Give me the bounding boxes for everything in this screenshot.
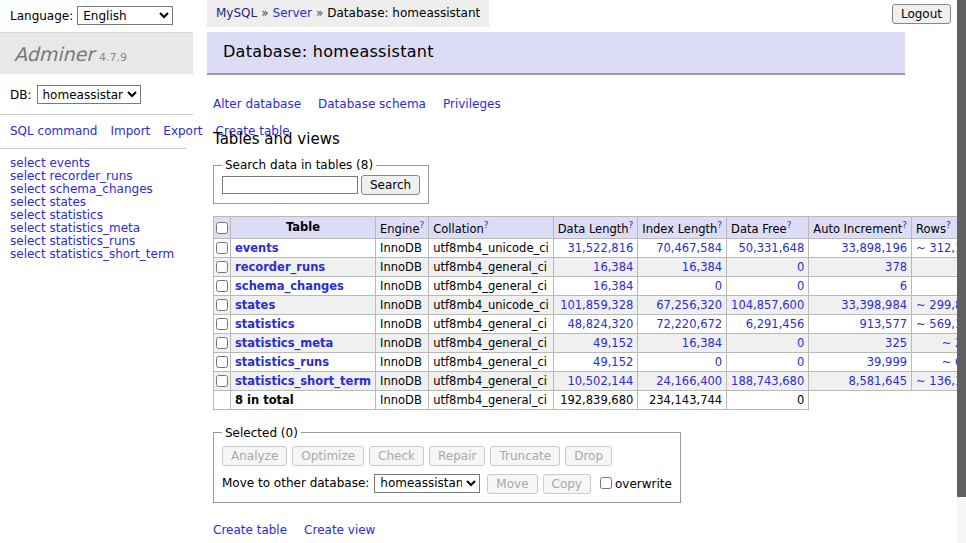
table-link-statistics-meta[interactable]: statistics_meta bbox=[235, 336, 333, 350]
help-icon[interactable]: ? bbox=[629, 220, 634, 230]
overwrite-checkbox[interactable] bbox=[600, 477, 612, 489]
db-action-privileges[interactable]: Privileges bbox=[443, 97, 501, 111]
index_length-link[interactable]: 0 bbox=[715, 279, 722, 293]
data_length-cell: 101,859,328 bbox=[553, 295, 638, 314]
db-action-alter-database[interactable]: Alter database bbox=[213, 97, 301, 111]
language-select[interactable]: English bbox=[77, 6, 173, 25]
table-link-recorder-runs[interactable]: recorder_runs bbox=[235, 260, 325, 274]
sidebar-action-import[interactable]: Import bbox=[110, 124, 150, 138]
create-create-table[interactable]: Create table bbox=[213, 523, 287, 537]
engine-cell: InnoDB bbox=[376, 295, 429, 314]
move-label: Move to other database: bbox=[222, 476, 369, 490]
tables-and-views-table: TableEngine?Collation?Data Length?Index … bbox=[213, 216, 966, 410]
data_length-link[interactable]: 49,152 bbox=[593, 336, 633, 350]
index_length-link[interactable]: 70,467,584 bbox=[656, 241, 722, 255]
db-select[interactable]: homeassistant bbox=[37, 85, 141, 104]
data_length-link[interactable]: 49,152 bbox=[593, 355, 633, 369]
table-link-statistics[interactable]: statistics bbox=[235, 317, 295, 331]
search-input[interactable] bbox=[222, 176, 358, 194]
data_length-cell: 10,502,144 bbox=[553, 371, 638, 390]
auto_increment-cell: 378 bbox=[809, 257, 912, 276]
row-checkbox[interactable] bbox=[216, 280, 228, 292]
row-checkbox[interactable] bbox=[216, 299, 228, 311]
row-checkbox-cell bbox=[214, 276, 231, 295]
create-create-view[interactable]: Create view bbox=[304, 523, 375, 537]
auto_increment-cell: 6 bbox=[809, 276, 912, 295]
move-db-select[interactable]: homeassistant bbox=[374, 474, 480, 493]
data_free-link[interactable]: 50,331,648 bbox=[738, 241, 804, 255]
data_length-link[interactable]: 10,502,144 bbox=[567, 374, 633, 388]
table-link-statistics-runs[interactable]: statistics_runs bbox=[235, 355, 329, 369]
auto_increment-link[interactable]: 325 bbox=[885, 336, 907, 350]
row-checkbox[interactable] bbox=[216, 318, 228, 330]
engine-cell: InnoDB bbox=[376, 314, 429, 333]
help-icon[interactable]: ? bbox=[419, 220, 424, 230]
collation-cell: utf8mb4_unicode_ci bbox=[429, 238, 554, 257]
selected-optimize: Optimize bbox=[292, 446, 364, 466]
data_free-link[interactable]: 0 bbox=[797, 355, 804, 369]
scrollbar-thumb[interactable] bbox=[957, 0, 966, 497]
breadcrumb-mysql-link[interactable]: MySQL bbox=[216, 6, 257, 20]
help-icon[interactable]: ? bbox=[902, 220, 907, 230]
select-all-checkbox[interactable] bbox=[216, 222, 228, 234]
table-link-statistics-short-term[interactable]: statistics_short_term bbox=[235, 374, 371, 388]
row-checkbox[interactable] bbox=[216, 261, 228, 273]
index_length-link[interactable]: 16,384 bbox=[682, 260, 722, 274]
breadcrumb-server-link[interactable]: Server bbox=[273, 6, 312, 20]
sidebar-action-export[interactable]: Export bbox=[163, 124, 202, 138]
data_free-link[interactable]: 0 bbox=[797, 260, 804, 274]
auto_increment-link[interactable]: 913,577 bbox=[859, 317, 907, 331]
auto_increment-link[interactable]: 33,898,196 bbox=[841, 241, 907, 255]
collation-cell: utf8mb4_general_ci bbox=[429, 371, 554, 390]
sidebar-action-sql-command[interactable]: SQL command bbox=[10, 124, 97, 138]
help-icon[interactable]: ? bbox=[946, 220, 951, 230]
index_length-link[interactable]: 24,166,400 bbox=[656, 374, 722, 388]
row-checkbox[interactable] bbox=[216, 242, 228, 254]
index_length-link[interactable]: 72,220,672 bbox=[656, 317, 722, 331]
table-name-cell: schema_changes bbox=[231, 276, 376, 295]
table-row: recorder_runsInnoDButf8mb4_general_ci16,… bbox=[214, 257, 966, 276]
data_length-link[interactable]: 16,384 bbox=[593, 260, 633, 274]
engine-cell: InnoDB bbox=[376, 238, 429, 257]
auto_increment-link[interactable]: 33,398,984 bbox=[841, 298, 907, 312]
row-checkbox[interactable] bbox=[216, 337, 228, 349]
logout-button[interactable]: Logout bbox=[892, 4, 951, 24]
db-action-database-schema[interactable]: Database schema bbox=[318, 97, 426, 111]
index_length-link[interactable]: 16,384 bbox=[682, 336, 722, 350]
table-link-states[interactable]: states bbox=[235, 298, 275, 312]
table-link-events[interactable]: events bbox=[235, 241, 279, 255]
help-icon[interactable]: ? bbox=[787, 220, 792, 230]
total-data-length: 192,839,680 bbox=[553, 390, 638, 409]
breadcrumb-separator: » bbox=[261, 6, 268, 20]
data_free-link[interactable]: 104,857,600 bbox=[731, 298, 804, 312]
search-button[interactable]: Search bbox=[361, 175, 420, 195]
row-checkbox[interactable] bbox=[216, 375, 228, 387]
data_free-link[interactable]: 0 bbox=[797, 279, 804, 293]
auto_increment-link[interactable]: 378 bbox=[885, 260, 907, 274]
column-header-index-length: Index Length? bbox=[638, 217, 727, 239]
total-row: 8 in totalInnoDButf8mb4_general_ci192,83… bbox=[214, 390, 966, 409]
auto_increment-link[interactable]: 8,581,645 bbox=[849, 374, 908, 388]
data_free-link[interactable]: 6,291,456 bbox=[746, 317, 805, 331]
index_length-link[interactable]: 67,256,320 bbox=[656, 298, 722, 312]
data_free-link[interactable]: 188,743,680 bbox=[731, 374, 804, 388]
data_length-link[interactable]: 31,522,816 bbox=[567, 241, 633, 255]
sidebar-link-select-statistics-short-term[interactable]: select statistics_short_term bbox=[10, 248, 183, 261]
engine-cell: InnoDB bbox=[376, 333, 429, 352]
auto_increment-link[interactable]: 6 bbox=[900, 279, 907, 293]
index_length-link[interactable]: 0 bbox=[715, 355, 722, 369]
table-row: schema_changesInnoDButf8mb4_general_ci16… bbox=[214, 276, 966, 295]
selected-check: Check bbox=[369, 446, 424, 466]
table-link-schema-changes[interactable]: schema_changes bbox=[235, 279, 344, 293]
help-icon[interactable]: ? bbox=[717, 220, 722, 230]
auto_increment-link[interactable]: 39,999 bbox=[867, 355, 907, 369]
tables-body: eventsInnoDButf8mb4_unicode_ci31,522,816… bbox=[214, 238, 966, 409]
data_length-link[interactable]: 101,859,328 bbox=[560, 298, 633, 312]
help-icon[interactable]: ? bbox=[484, 220, 489, 230]
column-header-collation: Collation? bbox=[429, 217, 554, 239]
data_length-link[interactable]: 48,824,320 bbox=[567, 317, 633, 331]
auto_increment-cell: 39,999 bbox=[809, 352, 912, 371]
data_free-link[interactable]: 0 bbox=[797, 336, 804, 350]
row-checkbox[interactable] bbox=[216, 356, 228, 368]
data_length-link[interactable]: 16,384 bbox=[593, 279, 633, 293]
